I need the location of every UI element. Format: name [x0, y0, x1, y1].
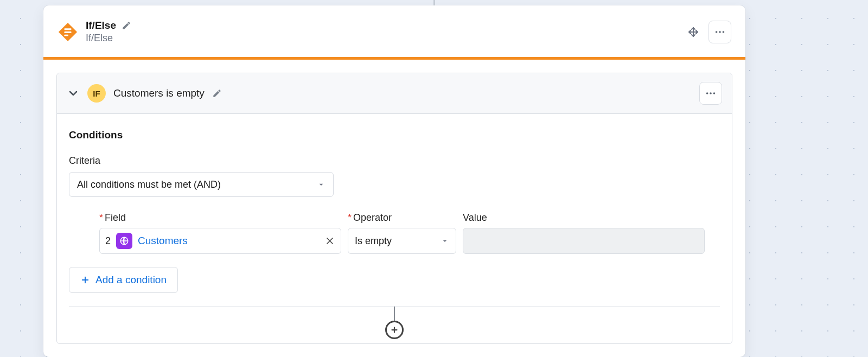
- step-title: If/Else: [86, 20, 116, 31]
- branch-more-button[interactable]: [699, 82, 722, 105]
- edit-title-icon[interactable]: [122, 21, 131, 30]
- required-asterisk: *: [348, 212, 352, 224]
- svg-point-7: [706, 92, 709, 94]
- criteria-label: Criteria: [69, 155, 720, 167]
- svg-point-8: [710, 92, 712, 94]
- chevron-down-icon: [441, 237, 449, 245]
- plus-icon: [80, 275, 90, 285]
- chevron-down-icon: [317, 180, 326, 189]
- branch-header: IF Customers is empty: [57, 73, 732, 114]
- value-column-label: Value: [463, 212, 705, 224]
- operator-value: Is empty: [355, 235, 441, 247]
- connector-line: [394, 307, 395, 321]
- if-branch-panel: IF Customers is empty Conditions Criteri…: [56, 73, 732, 344]
- edit-branch-name-icon[interactable]: [212, 88, 222, 98]
- add-step-button[interactable]: [385, 321, 404, 339]
- required-asterisk: *: [99, 212, 103, 224]
- operator-select[interactable]: Is empty: [348, 228, 456, 254]
- step-more-button[interactable]: [709, 21, 731, 43]
- if-else-node-icon: [58, 22, 78, 42]
- criteria-value: All conditions must be met (AND): [77, 179, 317, 190]
- add-condition-button[interactable]: Add a condition: [69, 267, 178, 293]
- move-icon[interactable]: [687, 25, 700, 39]
- svg-rect-3: [64, 34, 68, 36]
- svg-point-6: [723, 31, 725, 33]
- step-header: If/Else If/Else: [43, 5, 745, 57]
- svg-rect-2: [64, 31, 71, 33]
- branch-name: Customers is empty: [113, 87, 205, 99]
- svg-point-5: [719, 31, 721, 33]
- svg-point-4: [716, 31, 718, 33]
- criteria-select[interactable]: All conditions must be met (AND): [69, 172, 334, 197]
- condition-row: * Field 2 Customers: [69, 212, 720, 254]
- add-condition-label: Add a condition: [95, 274, 167, 286]
- field-column-label: * Field: [99, 212, 341, 224]
- globe-icon: [116, 233, 132, 249]
- step-subtitle: If/Else: [86, 33, 131, 44]
- branch-next-step-area: [69, 307, 720, 339]
- svg-point-9: [713, 92, 716, 94]
- field-input[interactable]: 2 Customers: [99, 228, 341, 254]
- svg-rect-1: [64, 28, 71, 30]
- if-badge: IF: [87, 84, 106, 103]
- clear-field-icon[interactable]: [324, 235, 335, 246]
- operator-column-label: * Operator: [348, 212, 456, 224]
- if-else-step-card: If/Else If/Else: [43, 5, 745, 357]
- conditions-heading: Conditions: [69, 129, 720, 141]
- field-variable-name: Customers: [138, 235, 188, 247]
- value-input-disabled: [463, 228, 705, 254]
- collapse-icon[interactable]: [67, 87, 80, 100]
- field-step-number: 2: [105, 235, 111, 247]
